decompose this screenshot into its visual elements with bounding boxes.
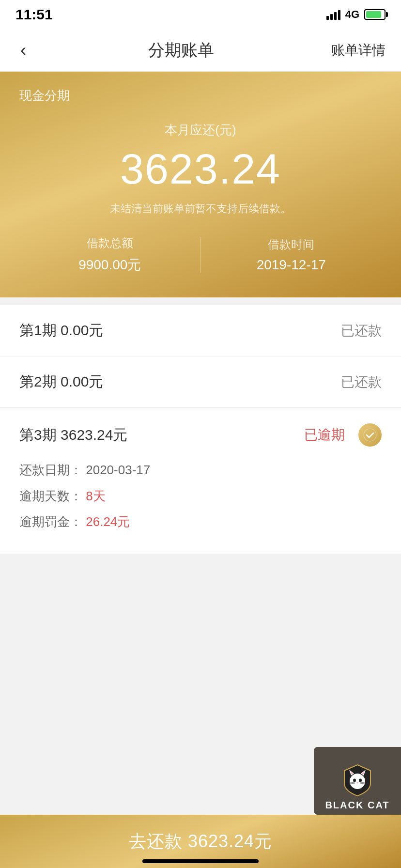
installment-item-3-row: 第3期 3623.24元 已逾期 — [19, 423, 382, 447]
installment-item-3-label: 第3期 3623.24元 — [19, 425, 127, 445]
installment-item-2[interactable]: 第2期 0.00元 已还款 — [0, 356, 401, 408]
hero-loan-total-label: 借款总额 — [19, 235, 200, 251]
overdue-fine-label: 逾期罚金： — [19, 514, 82, 529]
repay-date-value: 2020-03-17 — [86, 463, 150, 477]
hero-notice: 未结清当前账单前暂不支持后续借款。 — [19, 202, 382, 216]
installment-list: 第1期 0.00元 已还款 第2期 0.00元 已还款 第3期 3623.24元… — [0, 305, 401, 554]
status-time: 11:51 — [15, 6, 53, 23]
svg-point-6 — [353, 779, 356, 782]
hero-section-label: 现金分期 — [19, 87, 382, 104]
hero-loan-date-value: 2019-12-17 — [201, 257, 382, 273]
hero-loan-date-label: 借款时间 — [201, 237, 382, 252]
detail-link[interactable]: 账单详情 — [331, 41, 386, 60]
content-area: 现金分期 本月应还(元) 3623.24 未结清当前账单前暂不支持后续借款。 借… — [0, 72, 401, 753]
overdue-days-label: 逾期天数： — [19, 489, 82, 503]
page-title: 分期账单 — [148, 39, 214, 62]
black-cat-icon — [340, 763, 374, 797]
hero-amount: 3623.24 — [19, 144, 382, 194]
installment-item-1[interactable]: 第1期 0.00元 已还款 — [0, 305, 401, 356]
back-button[interactable]: ‹ — [15, 35, 31, 65]
installment-item-2-row: 第2期 0.00元 已还款 — [19, 372, 382, 392]
installment-item-3-details: 还款日期： 2020-03-17 逾期天数： 8天 逾期罚金： 26.24元 — [19, 458, 382, 532]
black-cat-watermark: BLACK CAT — [314, 747, 401, 815]
installment-item-3-status: 已逾期 — [304, 426, 345, 444]
installment-item-2-status: 已还款 — [341, 373, 382, 391]
black-cat-text: BLACK CAT — [325, 800, 389, 811]
signal-icon — [326, 9, 340, 20]
payment-button-label[interactable]: 去还款 3623.24元 — [129, 830, 272, 853]
hero-amount-label: 本月应还(元) — [19, 122, 382, 139]
svg-point-0 — [364, 429, 376, 441]
svg-point-7 — [359, 779, 362, 782]
home-indicator — [142, 859, 259, 863]
overdue-days-row: 逾期天数： 8天 — [19, 486, 382, 507]
status-bar: 11:51 4G — [0, 0, 401, 29]
nav-bar: ‹ 分期账单 账单详情 — [0, 29, 401, 72]
repay-date-row: 还款日期： 2020-03-17 — [19, 460, 382, 480]
installment-item-1-label: 第1期 0.00元 — [19, 321, 103, 341]
hero-loan-total-value: 9900.00元 — [19, 256, 200, 274]
svg-point-1 — [350, 774, 365, 789]
svg-point-8 — [356, 782, 358, 784]
installment-item-1-status: 已还款 — [341, 322, 382, 340]
hero-info-row: 借款总额 9900.00元 借款时间 2019-12-17 — [19, 235, 382, 274]
hero-card: 现金分期 本月应还(元) 3623.24 未结清当前账单前暂不支持后续借款。 借… — [0, 72, 401, 297]
overdue-fine-row: 逾期罚金： 26.24元 — [19, 512, 382, 532]
overdue-check-icon — [358, 423, 382, 447]
hero-loan-date: 借款时间 2019-12-17 — [200, 237, 382, 273]
network-label: 4G — [345, 8, 359, 21]
installment-item-3[interactable]: 第3期 3623.24元 已逾期 还款日期： 2020-03-17 — [0, 408, 401, 554]
status-icons: 4G — [326, 8, 386, 21]
hero-loan-total: 借款总额 9900.00元 — [19, 235, 200, 274]
battery-icon — [364, 9, 386, 20]
repay-date-label: 还款日期： — [19, 463, 82, 477]
overdue-fine-value: 26.24元 — [86, 514, 130, 529]
installment-item-1-row: 第1期 0.00元 已还款 — [19, 321, 382, 341]
installment-item-2-label: 第2期 0.00元 — [19, 372, 103, 392]
overdue-days-value: 8天 — [86, 489, 105, 503]
gray-fill-area — [0, 554, 401, 699]
